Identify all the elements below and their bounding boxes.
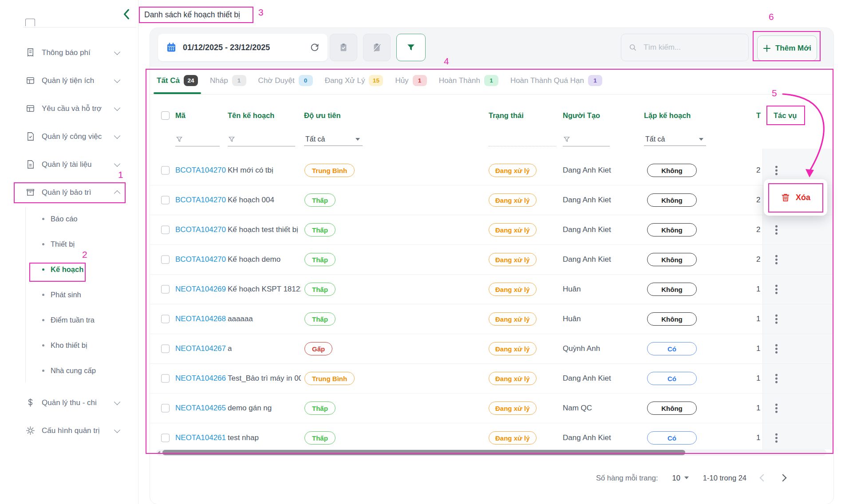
previous-page-icon[interactable] (760, 474, 767, 482)
row-checkbox[interactable] (161, 196, 170, 205)
sidebar-item-yeu-cau-ho-tro[interactable]: Yêu cầu và hỗ trợ (0, 94, 138, 122)
clipped-cell: 2 (756, 196, 762, 205)
row-checkbox[interactable] (161, 345, 170, 353)
column-header-trang-thai[interactable]: Trạng thái (489, 111, 524, 120)
row-checkbox[interactable] (161, 256, 170, 264)
row-actions-kebab-icon[interactable] (774, 253, 779, 266)
chevron-down-icon (114, 48, 120, 55)
repeat-chip: Không (647, 312, 697, 326)
tab-hoan-thanh-qua-han[interactable]: Hoàn Thành Quá Hạn1 (510, 67, 602, 94)
filter-input-ma[interactable] (175, 146, 220, 146)
subitem-label: Phát sinh (51, 291, 81, 299)
back-chevron-icon[interactable] (122, 9, 130, 20)
plan-name: Test_Bảo trì máy in 001 Tầ... (228, 374, 301, 383)
sidebar-subitem-nha-cung-cap[interactable]: Nhà cung cấp (0, 358, 138, 383)
sidebar-item-quan-ly-tai-lieu[interactable]: Quản lý tài liệu (0, 150, 138, 178)
row-actions-kebab-icon[interactable] (774, 372, 779, 385)
sidebar-subitem-kho-thiet-bi[interactable]: Kho thiết bị (0, 333, 138, 358)
plan-code-link[interactable]: NEOTA104266 (175, 374, 226, 383)
row-actions-kebab-icon[interactable] (774, 224, 779, 236)
select-all-checkbox[interactable] (161, 111, 170, 120)
plan-code-link[interactable]: BCOTA104270 (175, 225, 226, 234)
column-header-ma[interactable]: Mã (175, 111, 186, 120)
column-filter-icon[interactable] (176, 136, 183, 143)
plan-code-link[interactable]: BCOTA104270 (175, 255, 226, 264)
subitem-label: Thiết bị (51, 240, 75, 248)
plan-name: a (228, 344, 232, 353)
row-checkbox[interactable] (161, 226, 170, 234)
row-checkbox[interactable] (161, 166, 170, 175)
plan-code-link[interactable]: NEOTA104269 (175, 285, 226, 294)
document-icon (25, 159, 36, 169)
filter-input-ten[interactable] (228, 146, 295, 146)
sidebar-item-quan-ly-thu-chi[interactable]: Quản lý thu - chi (0, 389, 138, 417)
repeat-chip: Không (647, 223, 697, 236)
sidebar-item-quan-ly-bao-tri[interactable]: Quản lý bảo trì (0, 178, 138, 206)
refresh-icon[interactable] (310, 43, 320, 52)
plan-code-link[interactable]: NEOTA104265 (175, 404, 226, 413)
sidebar-subitem-phat-sinh[interactable]: Phát sinh (0, 282, 138, 307)
search-input[interactable] (643, 43, 733, 52)
row-actions-kebab-icon[interactable] (774, 283, 779, 296)
sidebar-item-quan-ly-cong-viec[interactable]: Quản lý công việc (0, 122, 138, 150)
doc-check-icon (25, 131, 36, 142)
row-actions-kebab-icon[interactable] (774, 402, 779, 415)
column-header-lap-ke-hoach[interactable]: Lặp kế hoạch (644, 111, 691, 120)
row-actions-kebab-icon[interactable] (774, 164, 779, 177)
column-header-do-uu-tien[interactable]: Độ ưu tiên (304, 111, 341, 120)
horizontal-scrollbar-thumb[interactable] (162, 450, 685, 455)
sidebar-item-label: Thông báo phí (42, 48, 91, 57)
plan-code-link[interactable]: BCOTA104270 (175, 196, 226, 205)
row-actions-kebab-icon[interactable] (774, 313, 779, 326)
row-checkbox[interactable] (161, 285, 170, 294)
row-checkbox[interactable] (161, 434, 170, 442)
sidebar-subitem-diem-tuan-tra[interactable]: Điểm tuần tra (0, 307, 138, 333)
search-box (621, 34, 749, 61)
tab-dang-xu-ly[interactable]: Đang Xử Lý15 (325, 67, 383, 94)
sidebar-item-quan-ly-tien-ich[interactable]: Quản lý tiện ích (0, 67, 138, 94)
filter-input-nguoi-tao[interactable] (563, 146, 610, 146)
column-header-ten-ke-hoach[interactable]: Tên kế hoạch (228, 111, 274, 120)
table-row: BCOTA104270 KH mới có tbị Trung Bình Đan… (150, 156, 833, 185)
table-row: NEOTA104261 test nhap Thấp Đang xử lý Da… (150, 423, 833, 453)
filter-input-trang-thai[interactable] (489, 146, 556, 146)
row-actions-kebab-icon[interactable] (774, 343, 779, 355)
column-header-nguoi-tao[interactable]: Người Tạo (563, 111, 600, 120)
tab-huy[interactable]: Hủy1 (395, 67, 426, 94)
sidebar-subitem-thiet-bi[interactable]: Thiết bị (0, 232, 138, 257)
tab-tat-ca[interactable]: Tất Cả24 (157, 67, 198, 94)
sidebar-item-cau-hinh-quan-tri[interactable]: Cấu hình quản trị (0, 417, 138, 445)
next-page-icon[interactable] (779, 474, 787, 482)
scrollbar-left-arrow-icon[interactable] (158, 451, 160, 454)
row-actions-kebab-icon[interactable] (774, 432, 779, 445)
sidebar-item-thong-bao-phi[interactable]: Thông báo phí (0, 39, 138, 67)
sidebar-subitem-bao-cao[interactable]: Báo cáo (0, 206, 138, 232)
approve-plan-button[interactable] (330, 34, 357, 61)
tab-hoan-thanh[interactable]: Hoàn Thành1 (439, 67, 498, 94)
tab-nhap[interactable]: Nháp1 (210, 67, 246, 94)
filter-select-do-uu-tien[interactable]: Tất cả (304, 133, 363, 146)
plan-code-link[interactable]: NEOTA104267 (175, 344, 226, 353)
date-range-picker[interactable]: 01/12/2025 - 23/12/2025 (158, 34, 328, 61)
row-checkbox[interactable] (161, 404, 170, 413)
column-filter-icon[interactable] (228, 136, 235, 143)
tab-cho-duyet[interactable]: Chờ Duyệt0 (258, 67, 313, 94)
toolbar: 01/12/2025 - 23/12/2025 Thêm Mới (150, 28, 833, 67)
filter-button[interactable] (396, 34, 426, 61)
reject-plan-button[interactable] (363, 34, 391, 61)
add-new-button[interactable]: Thêm Mới (757, 35, 817, 61)
row-checkbox[interactable] (161, 315, 170, 323)
filter-select-lap-ke-hoach[interactable]: Tất cả (644, 133, 706, 146)
repeat-chip: Không (647, 283, 697, 296)
plan-code-link[interactable]: BCOTA104270 (175, 166, 226, 175)
sidebar-subitem-ke-hoach[interactable]: Kế hoạch (0, 257, 138, 282)
plan-code-link[interactable]: NEOTA104268 (175, 315, 226, 323)
priority-chip: Thấp (304, 193, 336, 207)
row-checkbox[interactable] (161, 374, 170, 383)
rows-per-page-select[interactable]: 10 (672, 474, 688, 482)
sidebar-bottom-group: Quản lý thu - chi Cấu hình quản trị (0, 389, 138, 445)
delete-menu-item[interactable]: Xóa (796, 193, 810, 202)
tab-count-badge: 1 (484, 75, 498, 86)
column-filter-icon[interactable] (563, 136, 570, 143)
plan-code-link[interactable]: NEOTA104261 (175, 433, 226, 442)
